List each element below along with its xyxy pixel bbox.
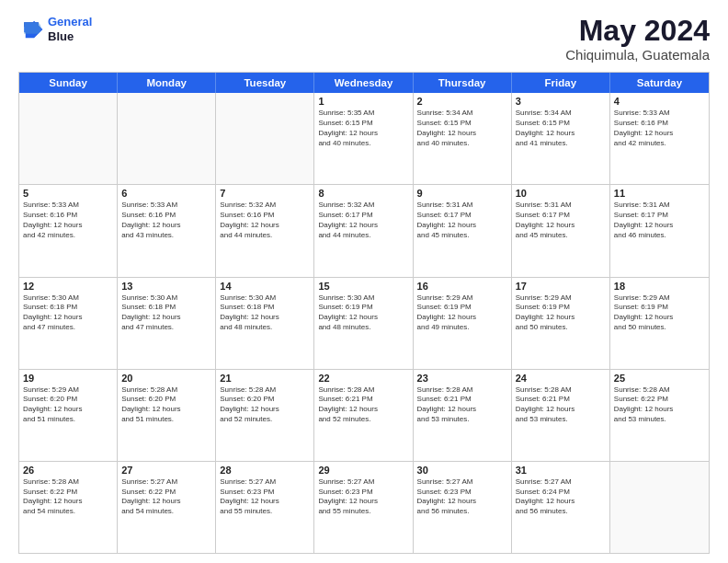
weekday-header-wednesday: Wednesday (314, 73, 413, 93)
day-number: 24 (516, 373, 606, 384)
day-info: Sunrise: 5:31 AM Sunset: 6:17 PM Dayligh… (516, 201, 606, 240)
day-info: Sunrise: 5:30 AM Sunset: 6:18 PM Dayligh… (23, 293, 113, 333)
day-number: 23 (417, 373, 507, 384)
calendar-cell-day-27: 27Sunrise: 5:27 AM Sunset: 6:22 PM Dayli… (118, 462, 216, 553)
calendar-cell-day-21: 21Sunrise: 5:28 AM Sunset: 6:20 PM Dayli… (216, 370, 314, 461)
day-number: 7 (220, 188, 310, 199)
calendar-cell-day-31: 31Sunrise: 5:27 AM Sunset: 6:24 PM Dayli… (512, 462, 610, 553)
month-title: May 2024 (565, 15, 710, 47)
weekday-header-sunday: Sunday (19, 73, 118, 93)
calendar-cell-empty (216, 93, 314, 184)
calendar-row-2: 5Sunrise: 5:33 AM Sunset: 6:16 PM Daylig… (19, 185, 709, 277)
day-number: 31 (516, 465, 606, 476)
day-info: Sunrise: 5:30 AM Sunset: 6:18 PM Dayligh… (121, 293, 211, 333)
day-number: 1 (318, 96, 408, 107)
calendar-cell-day-8: 8Sunrise: 5:32 AM Sunset: 6:17 PM Daylig… (314, 185, 413, 276)
calendar-cell-day-9: 9Sunrise: 5:31 AM Sunset: 6:17 PM Daylig… (414, 185, 512, 276)
calendar-cell-day-24: 24Sunrise: 5:28 AM Sunset: 6:21 PM Dayli… (512, 370, 610, 461)
day-number: 3 (516, 96, 606, 107)
day-number: 22 (318, 373, 408, 384)
calendar-cell-day-4: 4Sunrise: 5:33 AM Sunset: 6:16 PM Daylig… (610, 93, 709, 184)
day-info: Sunrise: 5:28 AM Sunset: 6:22 PM Dayligh… (23, 477, 113, 517)
calendar-cell-day-14: 14Sunrise: 5:30 AM Sunset: 6:18 PM Dayli… (216, 278, 314, 369)
calendar-cell-day-1: 1Sunrise: 5:35 AM Sunset: 6:15 PM Daylig… (314, 93, 413, 184)
header: General Blue May 2024 Chiquimula, Guatem… (18, 15, 710, 63)
calendar-cell-day-7: 7Sunrise: 5:32 AM Sunset: 6:16 PM Daylig… (216, 185, 314, 276)
calendar-cell-day-25: 25Sunrise: 5:28 AM Sunset: 6:22 PM Dayli… (610, 370, 709, 461)
day-number: 11 (614, 188, 705, 199)
calendar-cell-day-20: 20Sunrise: 5:28 AM Sunset: 6:20 PM Dayli… (118, 370, 216, 461)
day-number: 28 (220, 465, 310, 476)
day-info: Sunrise: 5:33 AM Sunset: 6:16 PM Dayligh… (23, 201, 113, 240)
day-info: Sunrise: 5:28 AM Sunset: 6:22 PM Dayligh… (614, 385, 705, 425)
day-info: Sunrise: 5:29 AM Sunset: 6:19 PM Dayligh… (614, 293, 705, 333)
calendar-cell-empty (19, 93, 118, 184)
day-info: Sunrise: 5:28 AM Sunset: 6:20 PM Dayligh… (220, 385, 310, 425)
location: Chiquimula, Guatemala (565, 47, 710, 63)
calendar-cell-day-15: 15Sunrise: 5:30 AM Sunset: 6:19 PM Dayli… (314, 278, 413, 369)
day-info: Sunrise: 5:30 AM Sunset: 6:18 PM Dayligh… (220, 293, 310, 333)
calendar-cell-day-18: 18Sunrise: 5:29 AM Sunset: 6:19 PM Dayli… (610, 278, 709, 369)
page: General Blue May 2024 Chiquimula, Guatem… (0, 0, 728, 563)
day-info: Sunrise: 5:33 AM Sunset: 6:16 PM Dayligh… (614, 109, 705, 148)
weekday-header-monday: Monday (118, 73, 216, 93)
calendar-cell-day-12: 12Sunrise: 5:30 AM Sunset: 6:18 PM Dayli… (19, 278, 118, 369)
calendar-cell-day-3: 3Sunrise: 5:34 AM Sunset: 6:15 PM Daylig… (512, 93, 610, 184)
day-number: 29 (318, 465, 408, 476)
calendar-row-1: 1Sunrise: 5:35 AM Sunset: 6:15 PM Daylig… (19, 93, 709, 185)
day-number: 21 (220, 373, 310, 384)
day-number: 5 (23, 188, 113, 199)
day-info: Sunrise: 5:29 AM Sunset: 6:19 PM Dayligh… (516, 293, 606, 333)
calendar-cell-day-16: 16Sunrise: 5:29 AM Sunset: 6:19 PM Dayli… (414, 278, 512, 369)
weekday-header-tuesday: Tuesday (216, 73, 314, 93)
day-number: 4 (614, 96, 705, 107)
calendar-cell-day-2: 2Sunrise: 5:34 AM Sunset: 6:15 PM Daylig… (414, 93, 512, 184)
calendar-row-3: 12Sunrise: 5:30 AM Sunset: 6:18 PM Dayli… (19, 278, 709, 370)
day-number: 14 (220, 281, 310, 292)
calendar-cell-empty (610, 462, 709, 553)
day-info: Sunrise: 5:29 AM Sunset: 6:19 PM Dayligh… (417, 293, 507, 333)
weekday-header-saturday: Saturday (610, 73, 709, 93)
calendar-cell-day-17: 17Sunrise: 5:29 AM Sunset: 6:19 PM Dayli… (512, 278, 610, 369)
day-number: 19 (23, 373, 113, 384)
calendar-cell-day-30: 30Sunrise: 5:27 AM Sunset: 6:23 PM Dayli… (414, 462, 512, 553)
calendar-cell-day-10: 10Sunrise: 5:31 AM Sunset: 6:17 PM Dayli… (512, 185, 610, 276)
calendar-cell-day-22: 22Sunrise: 5:28 AM Sunset: 6:21 PM Dayli… (314, 370, 413, 461)
calendar-cell-day-26: 26Sunrise: 5:28 AM Sunset: 6:22 PM Dayli… (19, 462, 118, 553)
calendar-cell-day-13: 13Sunrise: 5:30 AM Sunset: 6:18 PM Dayli… (118, 278, 216, 369)
weekday-header-friday: Friday (512, 73, 610, 93)
day-info: Sunrise: 5:27 AM Sunset: 6:22 PM Dayligh… (121, 477, 211, 517)
day-number: 13 (121, 281, 211, 292)
day-info: Sunrise: 5:28 AM Sunset: 6:21 PM Dayligh… (417, 385, 507, 425)
day-number: 26 (23, 465, 113, 476)
calendar-row-4: 19Sunrise: 5:29 AM Sunset: 6:20 PM Dayli… (19, 370, 709, 462)
logo-line1: General (48, 15, 92, 29)
day-number: 2 (417, 96, 507, 107)
logo: General Blue (18, 15, 92, 43)
calendar-cell-day-6: 6Sunrise: 5:33 AM Sunset: 6:16 PM Daylig… (118, 185, 216, 276)
day-info: Sunrise: 5:27 AM Sunset: 6:23 PM Dayligh… (318, 477, 408, 517)
day-info: Sunrise: 5:35 AM Sunset: 6:15 PM Dayligh… (318, 109, 408, 148)
calendar-row-5: 26Sunrise: 5:28 AM Sunset: 6:22 PM Dayli… (19, 462, 709, 553)
day-number: 30 (417, 465, 507, 476)
calendar-cell-day-23: 23Sunrise: 5:28 AM Sunset: 6:21 PM Dayli… (414, 370, 512, 461)
day-number: 10 (516, 188, 606, 199)
calendar-cell-day-28: 28Sunrise: 5:27 AM Sunset: 6:23 PM Dayli… (216, 462, 314, 553)
day-number: 8 (318, 188, 408, 199)
day-info: Sunrise: 5:34 AM Sunset: 6:15 PM Dayligh… (516, 109, 606, 148)
day-number: 20 (121, 373, 211, 384)
calendar-cell-day-11: 11Sunrise: 5:31 AM Sunset: 6:17 PM Dayli… (610, 185, 709, 276)
day-info: Sunrise: 5:32 AM Sunset: 6:17 PM Dayligh… (318, 201, 408, 240)
day-info: Sunrise: 5:27 AM Sunset: 6:23 PM Dayligh… (220, 477, 310, 517)
calendar-cell-empty (118, 93, 216, 184)
day-info: Sunrise: 5:33 AM Sunset: 6:16 PM Dayligh… (121, 201, 211, 240)
day-info: Sunrise: 5:28 AM Sunset: 6:21 PM Dayligh… (318, 385, 408, 425)
day-number: 25 (614, 373, 705, 384)
calendar-cell-day-29: 29Sunrise: 5:27 AM Sunset: 6:23 PM Dayli… (314, 462, 413, 553)
day-number: 27 (121, 465, 211, 476)
day-info: Sunrise: 5:27 AM Sunset: 6:23 PM Dayligh… (417, 477, 507, 517)
logo-text: General Blue (48, 15, 92, 43)
day-info: Sunrise: 5:28 AM Sunset: 6:21 PM Dayligh… (516, 385, 606, 425)
weekday-header-thursday: Thursday (414, 73, 512, 93)
day-info: Sunrise: 5:30 AM Sunset: 6:19 PM Dayligh… (318, 293, 408, 333)
